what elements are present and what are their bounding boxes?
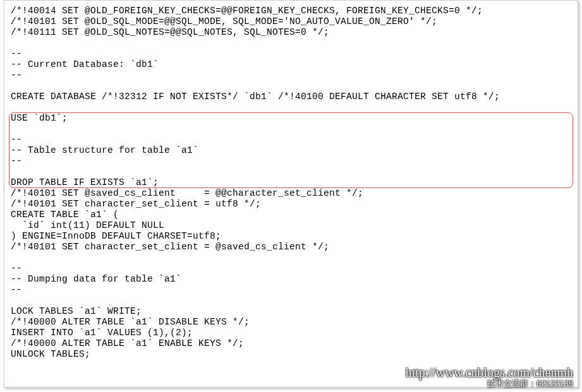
sql-dump-code: /*!40014 SET @OLD_FOREIGN_KEY_CHECKS=@@F… bbox=[11, 6, 571, 360]
code-frame: /*!40014 SET @OLD_FOREIGN_KEY_CHECKS=@@F… bbox=[4, 0, 578, 388]
